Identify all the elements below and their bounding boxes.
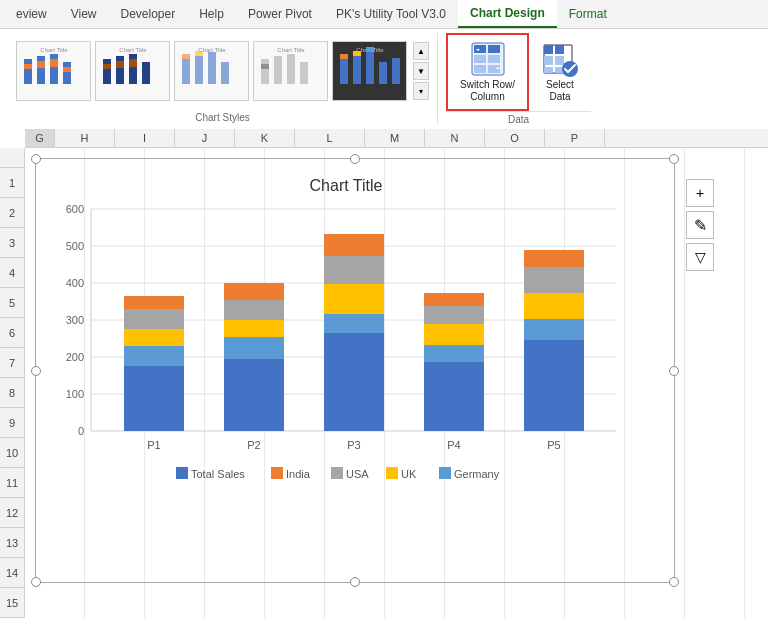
tab-chart-design[interactable]: Chart Design <box>458 0 557 28</box>
bar-p4-uk <box>424 324 484 345</box>
chart-selection-container[interactable]: + ✎ ▽ Chart Title 600 500 <box>35 158 675 583</box>
spreadsheet-body: 1 2 3 4 5 6 7 8 9 10 11 12 13 14 15 <box>0 148 768 618</box>
svg-text:P4: P4 <box>447 439 460 451</box>
chart-style-5[interactable]: Chart Title <box>332 41 407 101</box>
tab-power-pivot[interactable]: Power Pivot <box>236 0 324 28</box>
bar-p4-india <box>424 293 484 306</box>
chart-styles-items: Chart Title <box>16 33 429 109</box>
data-group-label: Data <box>446 111 591 125</box>
svg-rect-44 <box>474 65 486 73</box>
svg-text:100: 100 <box>66 388 84 400</box>
bar-p5-total <box>524 340 584 431</box>
svg-rect-4 <box>37 61 45 68</box>
row-header-4: 4 <box>0 258 24 288</box>
svg-rect-81 <box>386 467 398 479</box>
chart-style-2[interactable]: Chart Title <box>95 41 170 101</box>
select-data-label: SelectData <box>546 79 574 103</box>
svg-rect-37 <box>379 62 387 84</box>
bar-p4-germany <box>424 345 484 362</box>
svg-rect-49 <box>544 56 553 65</box>
row-headers: 1 2 3 4 5 6 7 8 9 10 11 12 13 14 15 <box>0 148 25 618</box>
tab-pks-utility[interactable]: PK's Utility Tool V3.0 <box>324 0 458 28</box>
row-header-15: 15 <box>0 588 24 618</box>
svg-text:600: 600 <box>66 203 84 215</box>
bar-p3-germany <box>324 314 384 333</box>
svg-rect-26 <box>261 64 269 69</box>
bar-p5-uk <box>524 293 584 319</box>
scroll-more[interactable]: ▾ <box>413 82 429 100</box>
svg-rect-77 <box>271 467 283 479</box>
svg-rect-12 <box>116 56 124 84</box>
handle-ml[interactable] <box>31 366 41 376</box>
svg-text:200: 200 <box>66 351 84 363</box>
chart-style-1[interactable]: Chart Title <box>16 41 91 101</box>
handle-bm[interactable] <box>350 577 360 587</box>
svg-rect-21 <box>195 51 203 56</box>
spreadsheet-area: G H I J K L M N O P 1 2 3 4 5 6 7 8 <box>0 129 768 642</box>
col-header-p: P <box>545 129 605 147</box>
scroll-up[interactable]: ▲ <box>413 42 429 60</box>
bar-p2-germany <box>224 337 284 359</box>
svg-rect-42 <box>474 55 486 63</box>
col-header-i: I <box>115 129 175 147</box>
col-header-l: L <box>295 129 365 147</box>
bar-p1-total <box>124 366 184 431</box>
bar-p4-usa <box>424 306 484 324</box>
svg-text:P3: P3 <box>347 439 360 451</box>
svg-rect-51 <box>544 67 553 73</box>
data-group-wrapper: Switch Row/Column <box>438 33 599 125</box>
chart-filters-button[interactable]: ▽ <box>686 243 714 271</box>
tab-help[interactable]: Help <box>187 0 236 28</box>
svg-rect-5 <box>50 54 58 84</box>
tab-developer[interactable]: Developer <box>108 0 187 28</box>
bar-p2-india <box>224 283 284 300</box>
select-data-button[interactable]: SelectData <box>529 33 591 111</box>
handle-tl[interactable] <box>31 154 41 164</box>
chart-style-3[interactable]: Chart Title <box>174 41 249 101</box>
svg-rect-32 <box>340 54 348 59</box>
svg-text:Chart Title: Chart Title <box>310 177 383 194</box>
add-chart-element-button[interactable]: + <box>686 179 714 207</box>
bar-p1-usa <box>124 309 184 329</box>
svg-rect-33 <box>353 56 361 84</box>
svg-rect-27 <box>274 56 282 84</box>
scroll-down[interactable]: ▼ <box>413 62 429 80</box>
svg-rect-29 <box>300 62 308 84</box>
row-header-6: 6 <box>0 318 24 348</box>
svg-rect-10 <box>103 59 111 84</box>
chart-styles-label: Chart Styles <box>195 109 249 125</box>
chart-wrapper: + ✎ ▽ Chart Title 600 500 <box>25 148 768 618</box>
row-header-empty <box>0 148 24 168</box>
data-group-items: Switch Row/Column <box>446 33 591 111</box>
svg-rect-1 <box>24 59 32 84</box>
svg-rect-8 <box>63 67 71 72</box>
tab-review[interactable]: eview <box>4 0 59 28</box>
row-header-9: 9 <box>0 408 24 438</box>
bar-p5-germany <box>524 319 584 340</box>
chart-styles-button[interactable]: ✎ <box>686 211 714 239</box>
row-header-7: 7 <box>0 348 24 378</box>
svg-rect-23 <box>221 62 229 84</box>
svg-text:500: 500 <box>66 240 84 252</box>
col-header-h: H <box>55 129 115 147</box>
tab-view[interactable]: View <box>59 0 109 28</box>
bar-p5-india <box>524 250 584 267</box>
svg-rect-20 <box>195 56 203 84</box>
handle-br[interactable] <box>669 577 679 587</box>
switch-row-column-button[interactable]: Switch Row/Column <box>446 33 529 111</box>
col-header-m: M <box>365 129 425 147</box>
handle-tr[interactable] <box>669 154 679 164</box>
col-headers: G H I J K L M N O P <box>25 129 768 148</box>
svg-rect-38 <box>392 58 400 84</box>
tab-format[interactable]: Format <box>557 0 619 28</box>
chart-style-4[interactable]: Chart Title <box>253 41 328 101</box>
handle-tm[interactable] <box>350 154 360 164</box>
col-header-k: K <box>235 129 295 147</box>
svg-rect-16 <box>142 62 150 84</box>
handle-bl[interactable] <box>31 577 41 587</box>
row-header-13: 13 <box>0 528 24 558</box>
svg-rect-41 <box>488 45 500 53</box>
svg-rect-6 <box>50 59 58 67</box>
bar-p1-india <box>124 296 184 309</box>
handle-mr[interactable] <box>669 366 679 376</box>
